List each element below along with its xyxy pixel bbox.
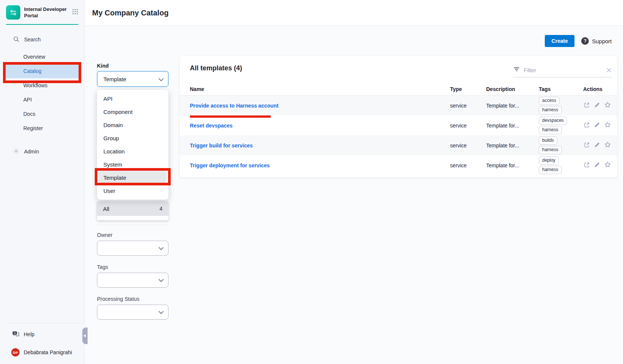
user-menu[interactable]: DP Debabrata Panigrahi — [0, 348, 84, 364]
edit-pencil-icon[interactable] — [594, 141, 600, 149]
toolbar: Create ? Support — [85, 26, 623, 56]
favorite-star-icon[interactable] — [604, 141, 611, 150]
actions-cell — [583, 141, 612, 150]
kind-filter-label: Kind — [97, 63, 168, 69]
facet-all[interactable]: All 4 — [97, 202, 168, 216]
support-button[interactable]: ? Support — [581, 37, 612, 45]
apps-grid-icon[interactable] — [71, 7, 80, 18]
type-cell: service — [450, 143, 486, 149]
kind-select-value: Template — [103, 76, 126, 82]
support-label: Support — [592, 38, 612, 44]
name-cell: Trigger build for services — [190, 143, 450, 149]
sidebar-item-workflows[interactable]: Workflows — [5, 78, 79, 93]
edit-pencil-icon[interactable] — [594, 121, 600, 129]
actions-cell — [583, 101, 612, 110]
user-name: Debabrata Panigrahi — [24, 349, 72, 355]
sidebar-item-docs[interactable]: Docs — [5, 107, 79, 121]
main-area: My Company Catalog Create ? Support Kind… — [85, 0, 623, 364]
sidebar-nav: OverviewCatalogWorkflowsAPIDocsRegister — [0, 50, 84, 135]
content: Kind Template APIComponentDomainGroupLoc… — [85, 56, 623, 320]
edit-pencil-icon[interactable] — [594, 161, 600, 169]
description-cell: Template for... — [486, 143, 539, 149]
sidebar-item-catalog[interactable]: Catalog — [5, 64, 79, 78]
name-cell: Trigger deployment for services — [190, 162, 450, 168]
kind-option-location[interactable]: Location — [99, 145, 167, 158]
template-link[interactable]: Trigger deployment for services — [190, 162, 270, 168]
sidebar-item-overview[interactable]: Overview — [5, 50, 79, 64]
table-row: Trigger build for servicesserviceTemplat… — [180, 135, 617, 155]
kind-option-group[interactable]: Group — [99, 132, 167, 145]
column-header-tags: Tags — [539, 86, 583, 92]
table-filter-input[interactable] — [524, 67, 602, 73]
tag-chip: access — [539, 97, 559, 105]
kind-option-component[interactable]: Component — [99, 105, 167, 118]
sidebar-collapse-handle[interactable] — [82, 328, 88, 344]
column-header-actions: Actions — [583, 86, 612, 92]
annotation-underline — [190, 115, 271, 118]
facet-label: All — [103, 206, 109, 212]
sidebar-item-api[interactable]: API — [5, 93, 79, 107]
kind-option-user[interactable]: User — [99, 184, 167, 197]
tag-chip: deploy — [539, 156, 559, 165]
chevron-down-icon — [159, 76, 164, 82]
type-cell: service — [450, 123, 486, 129]
chevron-down-icon — [159, 245, 164, 252]
chevron-down-icon — [159, 277, 164, 284]
sidebar: Internal Developer Portal Search O — [0, 0, 85, 364]
favorite-star-icon[interactable] — [604, 161, 611, 170]
template-link[interactable]: Reset devspaces — [190, 123, 233, 129]
tag-chip: harness — [539, 166, 562, 174]
actions-cell — [583, 161, 612, 170]
clear-filter-icon[interactable] — [606, 67, 612, 73]
tags-cell: devspacesharness — [539, 117, 583, 134]
template-link[interactable]: Trigger build for services — [190, 143, 253, 149]
kind-option-api[interactable]: API — [99, 92, 167, 105]
template-link[interactable]: Provide access to Harness account — [190, 103, 279, 109]
tags-select[interactable] — [97, 273, 168, 288]
edit-pencil-icon[interactable] — [594, 102, 600, 109]
facet-count: 4 — [159, 206, 162, 212]
type-cell: service — [450, 162, 486, 168]
kind-option-system[interactable]: System — [99, 158, 167, 171]
table-title: All templates (4) — [190, 64, 242, 72]
sidebar-item-admin[interactable]: Admin — [0, 144, 84, 159]
open-external-icon[interactable] — [583, 102, 590, 110]
open-external-icon[interactable] — [583, 141, 590, 150]
table-body: Provide access to Harness accountservice… — [180, 96, 617, 175]
page-header: My Company Catalog — [85, 0, 623, 26]
brand-title: Internal Developer Portal — [24, 5, 67, 19]
sidebar-item-register[interactable]: Register — [5, 121, 79, 135]
kind-facet-card: All 4 — [97, 202, 168, 220]
column-header-type: Type — [450, 86, 486, 92]
brand: Internal Developer Portal — [0, 0, 84, 20]
create-button[interactable]: Create — [545, 35, 575, 47]
tag-chip: harness — [539, 126, 562, 134]
owner-select[interactable] — [97, 241, 168, 256]
tag-chip: builds — [539, 136, 557, 145]
description-cell: Template for... — [486, 103, 539, 109]
type-cell: service — [450, 103, 486, 109]
filter-divider — [97, 225, 168, 225]
brand-divider — [6, 24, 78, 25]
kind-select[interactable]: Template — [97, 71, 168, 87]
tag-chip: harness — [539, 106, 562, 114]
sidebar-footer: ? Help DP Debabrata Panigrahi — [0, 323, 84, 364]
open-external-icon[interactable] — [583, 161, 590, 170]
favorite-star-icon[interactable] — [604, 121, 611, 130]
help-button[interactable]: ? Help — [0, 329, 84, 339]
gear-icon — [13, 148, 20, 156]
kind-option-domain[interactable]: Domain — [99, 118, 167, 132]
table-header-row: NameTypeDescriptionTagsActions — [180, 83, 617, 96]
app-root: Internal Developer Portal Search O — [0, 0, 623, 364]
admin-label: Admin — [24, 149, 39, 155]
processing-status-select[interactable] — [97, 305, 168, 320]
sidebar-search[interactable]: Search — [0, 35, 84, 44]
actions-cell — [583, 121, 612, 130]
open-external-icon[interactable] — [583, 121, 590, 130]
processing-status-filter-label: Processing Status — [97, 296, 168, 302]
favorite-star-icon[interactable] — [604, 101, 611, 110]
page-title: My Company Catalog — [92, 9, 168, 17]
kind-option-template[interactable]: Template — [99, 171, 167, 184]
kind-dropdown-menu: APIComponentDomainGroupLocationSystemTem… — [97, 90, 168, 200]
tags-cell: accessharness — [539, 97, 583, 114]
